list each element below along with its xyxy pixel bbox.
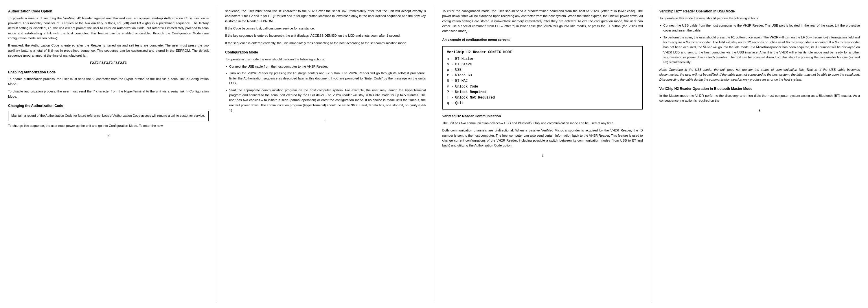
column-2: sequence, the user must send the '#' cha… — [217, 6, 434, 302]
auth-code-para-2: If enabled, the Authorization Code is en… — [8, 43, 209, 58]
config-item-6: ? - Unlock Required — [447, 90, 638, 95]
auth-code-sequence: F2,F2,F3,F3,F2,F3,F2,F3 — [8, 60, 209, 65]
config-menu-box: VeriChip H2 Reader CONFIG MODE m - BT Ma… — [442, 46, 643, 110]
page-number-6: 6 — [225, 118, 426, 123]
config-item-4: @ - BT MAC — [447, 78, 638, 84]
column-4: VeriChip H2™ Reader Operation in USB Mod… — [651, 6, 868, 302]
section-title-verimed-comm: VeriMed H2 Reader Communication — [442, 113, 643, 119]
bullet-start-program: Start the appropriate communication prog… — [225, 88, 426, 113]
enabling-para-1: To enable authorization process, the use… — [8, 76, 209, 87]
page-number-7: 7 — [442, 153, 643, 158]
sequence-continued-para-1: sequence, the user must send the '#' cha… — [225, 9, 426, 24]
config-item-7: ! - Unlock Not Required — [447, 95, 638, 101]
section-title-verichip-usb-mode: VeriChip H2™ Reader Operation in USB Mod… — [659, 9, 860, 14]
config-menu-example-label: An example of configuration menu screen: — [442, 37, 643, 42]
section-title-enabling-auth-code: Enabling Authorization Code — [8, 70, 209, 75]
verichip-usb-bullets: Connect the USB cable from the host comp… — [659, 23, 860, 65]
enabling-para-2: To disable authorization process, the us… — [8, 89, 209, 99]
bullet-usb-scan: To perform the scan, the user should pre… — [659, 35, 860, 65]
sequence-continued-para-4: If the sequence is entered correctly, th… — [225, 41, 426, 46]
usb-mode-note: Note: Operating in the USB mode, the uni… — [659, 67, 860, 82]
bullet-turn-on: Turn on the VH2R Reader by pressing the … — [225, 71, 426, 86]
page-container: Authorization Code Option To provide a m… — [0, 0, 868, 308]
sequence-continued-para-2: If the Code becomes lost, call customer … — [225, 26, 426, 31]
section-title-verichip-bt-mode: VeriChip H2 Reader Operation in Bluetoot… — [659, 86, 860, 92]
verimed-comm-para-1: The unit has two communication devices –… — [442, 121, 643, 126]
config-item-0: m - BT Master — [447, 56, 638, 62]
verichip-usb-para-1: To operate in this mode the user should … — [659, 16, 860, 21]
config-item-8: q - Quit — [447, 101, 638, 106]
config-mode-para-1: To operate in this mode the user should … — [225, 57, 426, 62]
config-item-1: s - BT Slave — [447, 62, 638, 67]
config-item-2: u - USB — [447, 67, 638, 73]
page-number-8: 8 — [659, 108, 860, 113]
bullet-usb-connect: Connect the USB cable from the host comp… — [659, 23, 860, 33]
auth-code-para-1: To provide a means of securing the VeriM… — [8, 16, 209, 41]
column-3: To enter the configuration mode, the use… — [434, 6, 651, 302]
section-title-config-mode: Configuration Mode — [225, 50, 426, 55]
config-item-5: # - Unlock Code — [447, 84, 638, 90]
verichip-bt-para-1: In the Master mode the VH2R performs the… — [659, 93, 860, 103]
changing-para-1: To change this sequence, the user must p… — [8, 124, 209, 128]
sequence-continued-para-3: If the key sequence is entered incorrect… — [225, 33, 426, 38]
config-box-title: VeriChip H2 Reader CONFIG MODE — [447, 49, 638, 55]
section-title-auth-code-option: Authorization Code Option — [8, 9, 209, 14]
column-1: Authorization Code Option To provide a m… — [0, 6, 217, 302]
verimed-comm-para-2: Both communication channels are bi-direc… — [442, 128, 643, 148]
bullet-connect-usb: Connect the USB cable from the host comp… — [225, 64, 426, 69]
config-continued-para-1: To enter the configuration mode, the use… — [442, 9, 643, 34]
section-title-changing-auth-code: Changing the Authorization Code — [8, 103, 209, 109]
page-number-5: 5 — [8, 134, 209, 138]
config-mode-bullets: Connect the USB cable from the host comp… — [225, 64, 426, 113]
config-item-3: r - Ricoh G3 — [447, 73, 638, 78]
highlight-box-auth-code: Maintain a record of the Authorization C… — [8, 111, 209, 121]
